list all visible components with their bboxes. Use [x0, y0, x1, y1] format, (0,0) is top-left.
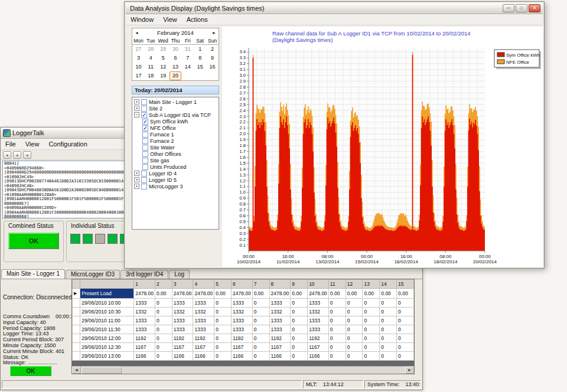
grid-cell[interactable]: 1166 — [269, 352, 291, 361]
calendar-day-6[interactable]: 6 — [170, 54, 182, 63]
grid-cell[interactable]: 0 — [328, 334, 346, 343]
grid-cell[interactable]: 0 — [380, 352, 397, 361]
grid-cell[interactable]: 1192 — [308, 334, 329, 343]
grid-row-name[interactable]: 29/06/2010 10:00 — [80, 299, 134, 308]
analysis-titlebar[interactable]: Data Analysis Display (Daylight Savings … — [126, 3, 543, 14]
tab-log[interactable]: Log — [169, 270, 190, 279]
calendar-day-12[interactable]: 12 — [157, 63, 170, 71]
calendar-prev-icon[interactable]: ◄ — [135, 31, 139, 35]
grid-cell[interactable]: 0 — [214, 352, 232, 361]
grid-cell[interactable]: 0 — [363, 352, 380, 361]
grid-cell[interactable]: 0 — [380, 325, 397, 334]
grid-cell[interactable]: 1167 — [134, 343, 155, 352]
calendar-day-13[interactable]: 13 — [170, 63, 182, 71]
grid-cell[interactable]: 0 — [252, 299, 269, 308]
calendar-day-1[interactable]: 1 — [194, 45, 206, 54]
grid-cell[interactable]: 1192 — [134, 334, 155, 343]
grid-cell[interactable]: 0 — [214, 299, 232, 308]
checkbox-unchecked[interactable] — [142, 164, 148, 170]
grid-cell[interactable]: 0.00 — [214, 289, 232, 299]
calendar-day-3[interactable]: 3 — [132, 54, 145, 63]
grid-cell[interactable]: 0 — [328, 308, 346, 316]
grid-cell[interactable]: 1167 — [308, 343, 329, 352]
calendar-day-7[interactable]: 7 — [181, 54, 194, 63]
tree-item-furnace-2[interactable]: Furnace 2 — [132, 138, 219, 144]
checkbox-unchecked[interactable] — [142, 158, 148, 164]
grid-cell[interactable]: 0.00 — [291, 289, 308, 299]
checkbox-unchecked[interactable] — [141, 171, 147, 177]
calendar-day-16[interactable]: 16 — [206, 63, 219, 71]
grid-cell[interactable]: 2478.00 — [269, 289, 291, 299]
close-button[interactable]: ✕ — [529, 4, 540, 12]
checkbox-checked[interactable]: ✓ — [142, 119, 148, 125]
checkbox-checked[interactable]: ✓ — [141, 112, 147, 118]
tree-item-site-water[interactable]: Site Water — [132, 144, 219, 151]
grid-cell[interactable]: 1332 — [193, 308, 214, 316]
expand-icon[interactable]: + — [134, 177, 139, 182]
calendar-day-9[interactable]: 9 — [206, 54, 219, 63]
grid-cell[interactable]: 0 — [252, 316, 269, 325]
grid-cell[interactable]: 0 — [155, 308, 172, 316]
grid-cell[interactable]: 0 — [155, 325, 172, 334]
grid-cell[interactable]: 1166 — [134, 352, 155, 361]
calendar-day-28[interactable]: 28 — [145, 45, 157, 54]
menu-configuration[interactable]: Configuration — [44, 139, 92, 149]
grid-cell[interactable]: 1332 — [172, 308, 193, 316]
tree-item-nfe-office[interactable]: ✓NFE Office — [132, 125, 219, 131]
grid-cell[interactable]: 1333 — [308, 316, 329, 325]
grid-cell[interactable]: 0 — [346, 352, 363, 361]
calendar-day-5[interactable]: 5 — [157, 54, 170, 63]
menu-view[interactable]: View — [21, 139, 44, 149]
grid-cell[interactable]: 0 — [291, 343, 308, 352]
grid-cell[interactable]: 2478.00 — [193, 289, 214, 299]
grid-cell[interactable]: 1332 — [269, 308, 291, 316]
grid-cell[interactable]: 1167 — [172, 343, 193, 352]
toolbar-button-2[interactable]: ● — [13, 151, 21, 159]
grid-cell[interactable]: 0 — [380, 316, 397, 325]
grid-cell[interactable]: 0 — [155, 316, 172, 325]
grid-cell[interactable]: 0 — [363, 334, 380, 343]
grid-cell[interactable]: 0 — [214, 308, 232, 316]
grid-cell[interactable]: 1192 — [232, 334, 253, 343]
tab-micrologger-id3[interactable]: MicroLogger ID3 — [66, 270, 120, 279]
grid-cell[interactable]: 1192 — [193, 334, 214, 343]
maximize-button[interactable]: □ — [516, 4, 527, 12]
tab-3rd-logger-id4[interactable]: 3rd logger ID4 — [120, 270, 168, 279]
grid-cell[interactable]: 0 — [380, 334, 397, 343]
grid-cell[interactable]: 0 — [363, 299, 380, 308]
menu-view[interactable]: View — [158, 15, 182, 24]
tab-main-site-logger-1[interactable]: Main Site - Logger 1 — [1, 269, 65, 279]
grid-cell[interactable]: 1167 — [193, 343, 214, 352]
calendar-next-icon[interactable]: ► — [212, 31, 216, 35]
calendar-day-2[interactable]: 2 — [206, 45, 219, 54]
grid-cell[interactable]: 0 — [397, 334, 414, 343]
grid-cell[interactable]: 2478.00 — [232, 289, 253, 299]
grid-cell[interactable]: 0 — [291, 352, 308, 361]
checkbox-checked[interactable]: ✓ — [142, 125, 148, 131]
checkbox-unchecked[interactable] — [141, 184, 147, 190]
grid-cell[interactable]: 1333 — [232, 325, 253, 334]
grid-cell[interactable]: 0 — [346, 325, 363, 334]
calendar-day-11[interactable]: 11 — [145, 63, 157, 71]
grid-row-name[interactable]: Present Load — [80, 289, 134, 299]
grid-cell[interactable]: 1192 — [269, 334, 291, 343]
checkbox-unchecked[interactable] — [141, 106, 147, 112]
grid-cell[interactable]: 0 — [214, 343, 232, 352]
grid-cell[interactable]: 1166 — [172, 352, 193, 361]
checkbox-unchecked[interactable] — [142, 138, 148, 144]
grid-cell[interactable]: 0 — [252, 334, 269, 343]
grid-horizontal-scrollbar[interactable]: ◄ ► — [72, 366, 414, 374]
grid-cell[interactable]: 0 — [155, 352, 172, 361]
calendar-day-31[interactable]: 31 — [181, 45, 194, 54]
grid-row-name[interactable]: 29/06/2010 13:00 — [80, 352, 134, 361]
grid-cell[interactable]: 0 — [346, 308, 363, 316]
calendar-day-14[interactable]: 14 — [181, 63, 194, 71]
grid-row-name[interactable]: 29/06/2010 10:30 — [80, 308, 134, 316]
grid-cell[interactable]: 1333 — [193, 325, 214, 334]
grid-cell[interactable]: 0 — [291, 325, 308, 334]
grid-cell[interactable]: 0.00 — [380, 289, 397, 299]
checkbox-unchecked[interactable] — [142, 132, 148, 138]
menu-window[interactable]: Window — [126, 15, 158, 24]
calendar-day-20[interactable]: 20 — [170, 71, 182, 80]
calendar-day-18[interactable]: 18 — [145, 71, 157, 80]
